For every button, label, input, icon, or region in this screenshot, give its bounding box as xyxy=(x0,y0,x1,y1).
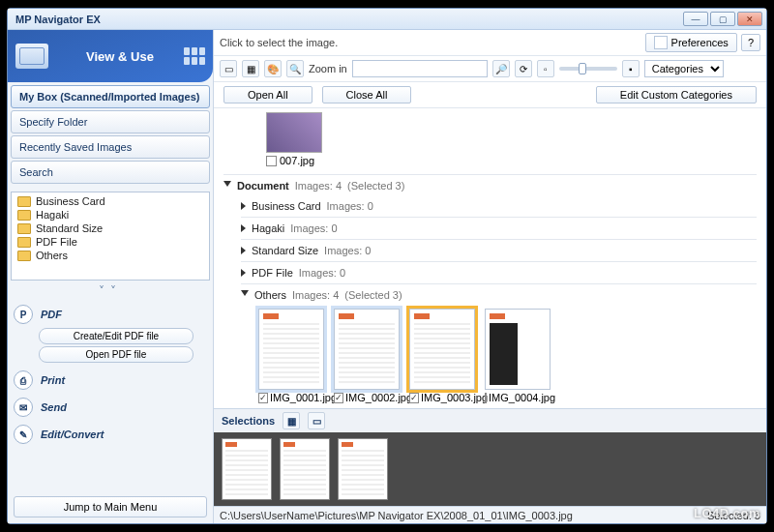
sidebar-header-label: View & Use xyxy=(56,49,184,64)
statusbar: C:\Users\UserName\Pictures\MP Navigator … xyxy=(214,506,766,523)
group-pdf-file[interactable]: PDF FileImages: 0 xyxy=(241,265,757,281)
selections-panel: Selections ▦ ▭ xyxy=(214,408,766,506)
top-toolbar: Click to select the image. Preferences ? xyxy=(214,30,766,56)
window-title: MP Navigator EX xyxy=(12,14,101,25)
thumbnail-grid-icon[interactable] xyxy=(184,47,205,65)
refresh-icon[interactable]: ⟳ xyxy=(515,60,532,77)
close-button[interactable]: ✕ xyxy=(737,12,762,26)
sidebar-nav: My Box (Scanned/Imported Images) Specify… xyxy=(8,82,213,189)
selection-thumb[interactable] xyxy=(338,438,388,500)
pdf-icon: P xyxy=(14,305,33,324)
tree-item[interactable]: Hagaki xyxy=(17,208,203,222)
sidebar: View & Use My Box (Scanned/Imported Imag… xyxy=(8,30,214,523)
thumb-small-icon[interactable]: ▫ xyxy=(537,60,554,77)
sort-select[interactable]: Categories xyxy=(644,60,724,77)
maximize-button[interactable]: ▢ xyxy=(710,12,735,26)
selection-thumb[interactable] xyxy=(280,438,330,500)
checkbox[interactable] xyxy=(258,393,268,403)
chevron-right-icon xyxy=(241,247,246,254)
checkbox[interactable] xyxy=(334,393,343,403)
thumbnail[interactable] xyxy=(266,112,322,153)
chevron-right-icon xyxy=(241,269,246,277)
status-selected: Selected: 3 xyxy=(707,510,760,521)
hint-text: Click to select the image. xyxy=(220,37,338,48)
status-path: C:\Users\UserName\Pictures\MP Navigator … xyxy=(220,510,573,521)
thumbnail-card[interactable]: IMG_0003.jpg xyxy=(409,309,475,403)
thumbnail-image[interactable] xyxy=(258,309,324,390)
selection-thumb[interactable] xyxy=(222,438,272,500)
open-all-button[interactable]: Open All xyxy=(223,86,313,103)
tree-item[interactable]: Business Card xyxy=(17,194,203,208)
preferences-button[interactable]: Preferences xyxy=(645,33,737,52)
search-input[interactable] xyxy=(352,60,488,77)
group-standard-size[interactable]: Standard SizeImages: 0 xyxy=(241,243,757,258)
thumbnail-card[interactable]: IMG_0002.jpg xyxy=(334,309,400,403)
tree-item[interactable]: PDF File xyxy=(17,235,203,249)
palette-icon[interactable]: 🎨 xyxy=(264,60,282,77)
action-pdf[interactable]: PPDF xyxy=(12,301,209,328)
nav-search[interactable]: Search xyxy=(11,161,210,184)
chevron-down-icon xyxy=(241,290,249,300)
titlebar: MP Navigator EX — ▢ ✕ xyxy=(8,9,766,30)
thumb-large-icon[interactable]: ▪ xyxy=(622,60,640,77)
content-area: 007.jpg Document Images: 4 (Selected 3) … xyxy=(214,108,766,408)
action-print[interactable]: ⎙Print xyxy=(12,367,209,394)
create-pdf-button[interactable]: Create/Edit PDF file xyxy=(39,328,194,344)
group-toolbar: Open All Close All Edit Custom Categorie… xyxy=(214,82,766,108)
folder-icon xyxy=(17,223,31,234)
thumbnail-card[interactable]: IMG_0001.jpg xyxy=(258,309,324,403)
folder-icon xyxy=(17,251,31,261)
thumbnail-image[interactable] xyxy=(409,309,475,390)
group-business-card[interactable]: Business CardImages: 0 xyxy=(241,198,757,214)
edit-categories-button[interactable]: Edit Custom Categories xyxy=(596,86,757,103)
tree-item[interactable]: Standard Size xyxy=(17,222,203,235)
action-edit[interactable]: ✎Edit/Convert xyxy=(12,421,209,448)
checkbox[interactable] xyxy=(485,393,487,403)
selections-title: Selections xyxy=(222,415,275,427)
checkbox[interactable] xyxy=(266,156,277,166)
folder-tree[interactable]: Business Card Hagaki Standard Size PDF F… xyxy=(11,192,210,281)
close-all-button[interactable]: Close All xyxy=(322,86,412,103)
nav-recently-saved[interactable]: Recently Saved Images xyxy=(11,135,210,159)
sidebar-actions: PPDF Create/Edit PDF file Open PDF file … xyxy=(8,299,213,450)
folder-icon xyxy=(17,196,31,207)
group-hagaki[interactable]: HagakiImages: 0 xyxy=(241,221,757,236)
slider-icon xyxy=(654,36,668,49)
scanner-icon xyxy=(15,44,48,69)
thumb-size-slider[interactable] xyxy=(559,67,617,71)
tree-item[interactable]: Others xyxy=(17,249,203,262)
zoom-icon[interactable]: 🔍 xyxy=(286,60,304,77)
thumb-label: 007.jpg xyxy=(280,155,314,166)
open-pdf-button[interactable]: Open PDF file xyxy=(39,346,194,363)
chevron-down-icon xyxy=(223,181,231,191)
minimize-button[interactable]: — xyxy=(683,12,708,26)
send-icon: ✉ xyxy=(14,398,33,417)
print-icon: ⎙ xyxy=(14,370,33,390)
group-others[interactable]: OthersImages: 4(Selected 3) xyxy=(241,287,757,303)
search-go-icon[interactable]: 🔎 xyxy=(492,60,510,77)
thumbnail-image[interactable] xyxy=(334,309,400,390)
thumbnail-image[interactable] xyxy=(485,309,551,390)
sidebar-header: View & Use xyxy=(8,30,213,82)
folder-icon xyxy=(17,210,31,221)
zoom-label: Zoom in xyxy=(309,63,347,74)
chevron-right-icon xyxy=(241,224,246,232)
jump-main-menu-button[interactable]: Jump to Main Menu xyxy=(14,496,207,517)
thumbnail-card[interactable]: IMG_0004.jpg xyxy=(485,309,551,403)
chevron-right-icon xyxy=(241,202,246,210)
app-window: MP Navigator EX — ▢ ✕ View & Use My Box … xyxy=(7,8,767,524)
main-panel: Click to select the image. Preferences ?… xyxy=(214,30,766,523)
edit-icon: ✎ xyxy=(14,425,33,444)
view-grid-icon[interactable]: ▦ xyxy=(242,60,259,77)
clear-icon[interactable]: ▭ xyxy=(308,412,325,429)
nav-specify-folder[interactable]: Specify Folder xyxy=(11,110,210,133)
help-button[interactable]: ? xyxy=(741,34,760,51)
view-single-icon[interactable]: ▭ xyxy=(220,60,237,77)
action-send[interactable]: ✉Send xyxy=(12,394,209,421)
checkbox[interactable] xyxy=(409,393,419,403)
selections-strip xyxy=(214,432,766,506)
nav-my-box[interactable]: My Box (Scanned/Imported Images) xyxy=(11,85,210,108)
view-grid-icon[interactable]: ▦ xyxy=(283,412,300,429)
collapse-toggle[interactable]: ˅˅ xyxy=(8,283,213,299)
group-document[interactable]: Document Images: 4 (Selected 3) xyxy=(223,178,757,193)
